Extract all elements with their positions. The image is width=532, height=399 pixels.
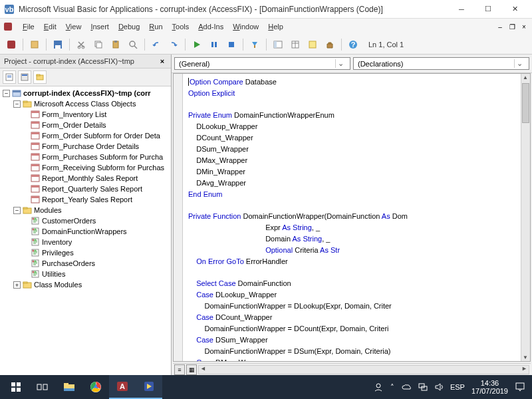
svg-rect-83	[17, 388, 21, 392]
tree-item[interactable]: Inventory	[1, 237, 170, 247]
object-browser-button[interactable]	[305, 37, 320, 52]
menu-edit[interactable]: Edit	[40, 21, 61, 32]
menu-addins[interactable]: Add-Ins	[194, 21, 227, 32]
svg-rect-51	[31, 164, 39, 166]
procedure-view-button[interactable]: ≡	[174, 364, 185, 375]
save-button[interactable]	[51, 37, 65, 52]
tree-item[interactable]: Report_Monthly Sales Report	[1, 173, 170, 184]
tree-item[interactable]: Privileges	[1, 247, 170, 258]
tree-item[interactable]: Report_Yearly Sales Report	[1, 194, 170, 205]
chrome-button[interactable]	[82, 375, 109, 399]
menu-view[interactable]: View	[62, 21, 86, 32]
view-code-button[interactable]	[3, 70, 16, 84]
svg-rect-49	[31, 154, 39, 156]
collapse-icon[interactable]: −	[3, 90, 10, 97]
folder-modules[interactable]: − Modules	[1, 205, 170, 215]
toggle-folders-button[interactable]	[33, 70, 47, 84]
clock-date: 17/07/2019	[471, 387, 508, 395]
people-icon[interactable]	[373, 382, 384, 392]
menu-run[interactable]: Run	[145, 21, 166, 32]
onedrive-icon[interactable]	[401, 383, 412, 391]
cut-button[interactable]	[74, 37, 88, 52]
redo-button[interactable]	[166, 37, 181, 52]
form-icon	[31, 174, 40, 183]
tree-item[interactable]: Utilities	[1, 269, 170, 279]
svg-rect-18	[229, 42, 234, 47]
mdi-restore[interactable]: ❐	[507, 22, 517, 31]
vertical-scrollbar[interactable]	[521, 74, 530, 361]
insert-button[interactable]	[27, 37, 42, 52]
start-button[interactable]	[3, 375, 29, 399]
paste-button[interactable]	[108, 37, 123, 52]
file-explorer-button[interactable]	[56, 375, 82, 399]
expand-icon[interactable]: +	[13, 281, 21, 289]
mdi-controls: – ❐ ×	[495, 22, 529, 31]
mdi-close[interactable]: ×	[519, 22, 529, 31]
reset-button[interactable]	[224, 37, 239, 52]
tree-item-label: Form_Order Subform for Order Deta	[42, 132, 160, 140]
find-button[interactable]	[126, 37, 140, 52]
collapse-icon[interactable]: −	[13, 100, 21, 108]
menu-window[interactable]: Window	[229, 21, 263, 32]
tree-item[interactable]: Form_Order Details	[1, 120, 170, 130]
svg-point-74	[35, 261, 37, 263]
tree-item[interactable]: Form_Inventory List	[1, 109, 170, 120]
help-button[interactable]: ?	[346, 37, 360, 52]
menu-debug[interactable]: Debug	[114, 21, 144, 32]
tree-item[interactable]: DomainFunctionWrappers	[1, 226, 170, 237]
code-editor[interactable]: Option Compare Database Option Explicit …	[183, 74, 521, 361]
pane-close-button[interactable]: ×	[158, 57, 167, 66]
app-taskbar-button[interactable]	[136, 375, 162, 399]
project-root[interactable]: − corrupt-index (AccessFIX)~tmp (corr	[1, 88, 170, 98]
svg-rect-39	[23, 101, 27, 102]
maximize-button[interactable]: ☐	[475, 1, 501, 18]
svg-rect-10	[96, 43, 102, 48]
clock[interactable]: 14:36 17/07/2019	[471, 379, 508, 395]
mdi-minimize[interactable]: –	[495, 22, 505, 31]
access-taskbar-button[interactable]: A	[109, 375, 136, 399]
menu-insert[interactable]: Insert	[86, 21, 113, 32]
tree-item[interactable]: Report_Quarterly Sales Report	[1, 184, 170, 194]
svg-rect-53	[31, 175, 39, 177]
network-icon[interactable]	[418, 382, 428, 392]
undo-button[interactable]	[149, 37, 164, 52]
view-object-button[interactable]	[18, 70, 31, 84]
menubar: FFileile Edit View Insert Debug Run Tool…	[0, 19, 532, 35]
design-mode-button[interactable]	[247, 37, 262, 52]
svg-rect-82	[11, 388, 15, 392]
folder-class-modules[interactable]: + Class Modules	[1, 279, 170, 290]
project-explorer-button[interactable]	[271, 37, 285, 52]
procedure-combo[interactable]: (Declarations) ⌄	[353, 57, 529, 70]
tree-item[interactable]: PurchaseOrders	[1, 258, 170, 269]
folder-class-objects[interactable]: − Microsoft Access Class Objects	[1, 98, 170, 109]
close-button[interactable]: ✕	[501, 1, 528, 18]
task-view-button[interactable]	[29, 375, 56, 399]
title-text: Microsoft Visual Basic for Applications …	[19, 5, 448, 14]
copy-button[interactable]	[91, 37, 106, 52]
project-pane-toolbar	[0, 68, 171, 86]
tree-item[interactable]: CustomerOrders	[1, 215, 170, 226]
toolbox-button[interactable]	[323, 37, 337, 52]
volume-icon[interactable]	[434, 382, 444, 392]
notifications-icon[interactable]	[515, 382, 525, 392]
menu-tools[interactable]: Tools	[168, 21, 194, 32]
collapse-icon[interactable]: −	[13, 207, 21, 214]
project-tree[interactable]: − corrupt-index (AccessFIX)~tmp (corr − …	[0, 86, 171, 375]
object-combo[interactable]: (General) ⌄	[174, 57, 350, 70]
minimize-button[interactable]: ─	[448, 1, 475, 18]
run-button[interactable]	[190, 37, 204, 52]
break-button[interactable]	[207, 37, 221, 52]
tree-item[interactable]: Form_Purchase Order Details	[1, 141, 170, 152]
tree-item[interactable]: Form_Receiving Subform for Purchas	[1, 162, 170, 173]
tree-item[interactable]: Form_Order Subform for Order Deta	[1, 130, 170, 141]
language-indicator[interactable]: ESP	[450, 383, 465, 391]
tree-item[interactable]: Form_Purchases Subform for Purcha	[1, 152, 170, 162]
full-module-view-button[interactable]: ▦	[186, 364, 197, 375]
svg-point-13	[130, 41, 135, 47]
tray-chevron-icon[interactable]: ˄	[390, 383, 394, 392]
horizontal-scrollbar[interactable]	[198, 365, 529, 374]
view-access-button[interactable]	[4, 37, 19, 52]
properties-button[interactable]	[288, 37, 303, 52]
menu-help[interactable]: Help	[264, 21, 287, 32]
menu-file[interactable]: FFileile	[19, 21, 39, 32]
